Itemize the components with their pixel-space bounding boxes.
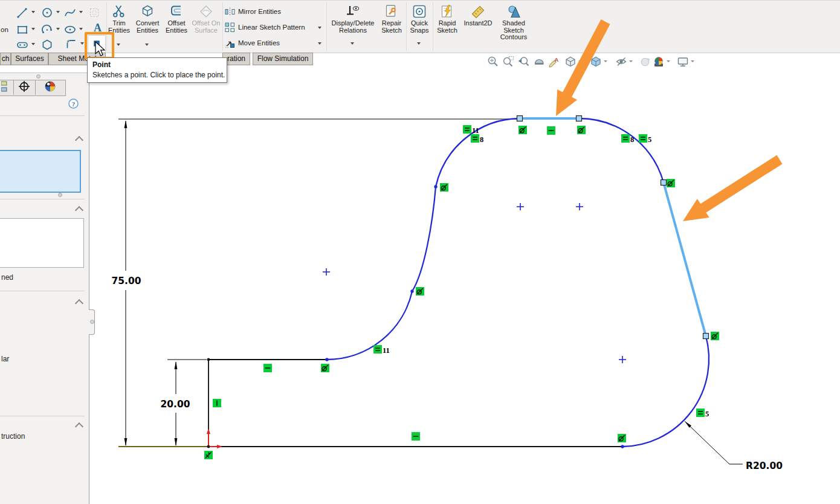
ellipse-tool-caret[interactable] <box>79 28 83 30</box>
relation-badge-horizontal[interactable] <box>412 432 420 441</box>
quick-snaps-button[interactable]: Quick Snaps <box>407 2 432 51</box>
panel-collapse-handle[interactable] <box>89 309 95 335</box>
collapse-chevron[interactable] <box>75 136 83 144</box>
polygon-tool-button[interactable] <box>40 37 54 52</box>
spline-tool-caret[interactable] <box>79 11 83 13</box>
height-dimension-value[interactable]: 75.00 <box>111 276 141 286</box>
collapse-chevron[interactable] <box>75 299 83 308</box>
sketch-arc[interactable] <box>327 118 520 360</box>
trim-caret[interactable] <box>117 44 120 46</box>
step-dimension[interactable] <box>167 360 207 445</box>
line-tool-caret[interactable] <box>31 11 35 13</box>
linear-pattern-caret[interactable] <box>318 27 321 29</box>
sketch-endpoint[interactable] <box>410 289 413 292</box>
relation-badge-horizontal[interactable] <box>547 126 555 135</box>
quick-snaps-caret[interactable] <box>417 42 421 45</box>
sketch-endpoint[interactable] <box>325 358 328 361</box>
relation-badge-tangent[interactable] <box>321 364 329 372</box>
collapse-chevron[interactable] <box>75 206 83 215</box>
rectangle-tool-button[interactable] <box>15 22 30 37</box>
relation-badge-equal[interactable] <box>639 134 647 143</box>
arc-center-mark[interactable] <box>517 203 524 210</box>
hide-show-icon-caret[interactable] <box>629 60 633 62</box>
trim-entities-button[interactable]: Trim Entities <box>106 2 132 51</box>
zoom-area-icon[interactable] <box>502 56 514 68</box>
relation-badge-tangent[interactable] <box>577 126 586 134</box>
height-dimension[interactable] <box>118 119 518 445</box>
sketch-arc[interactable] <box>579 118 664 183</box>
selected-endpoint-handle[interactable] <box>577 116 582 121</box>
spline-tool-button[interactable] <box>63 5 77 20</box>
sketch-vertex[interactable] <box>207 445 210 448</box>
circle-tool-button[interactable] <box>40 5 54 20</box>
sketch-endpoint[interactable] <box>434 185 437 188</box>
circle-tool-caret[interactable] <box>56 11 60 13</box>
display-style-icon-caret[interactable] <box>604 60 607 62</box>
rectangle-tool-caret[interactable] <box>31 28 35 30</box>
fillet-tool-caret[interactable] <box>80 42 84 45</box>
relation-badge-equal[interactable] <box>463 125 471 134</box>
panel-tab-feature-tree[interactable] <box>0 80 14 95</box>
instant2d-button[interactable]: Instant2D <box>461 2 495 51</box>
view-orientation-icon-caret[interactable] <box>578 60 582 62</box>
panel-tab-property-manager[interactable] <box>13 80 36 95</box>
relation-badge-equal[interactable] <box>373 345 382 354</box>
help-icon[interactable]: ? <box>68 99 79 109</box>
relation-badge-tangent[interactable] <box>711 332 719 340</box>
arc-center-mark[interactable] <box>619 356 626 363</box>
selected-endpoint-handle[interactable] <box>661 180 667 186</box>
relation-badge-equal[interactable] <box>471 134 479 143</box>
line-tool-button[interactable] <box>15 5 30 20</box>
relation-badge-fixed[interactable] <box>204 451 213 459</box>
panel-tab-appearances[interactable] <box>35 80 65 95</box>
collapse-chevron[interactable] <box>75 422 83 431</box>
convert-caret[interactable] <box>145 44 149 46</box>
display-delete-relations-button[interactable]: Display/Delete Relations <box>328 2 378 51</box>
ellipse-tool-button[interactable] <box>63 22 77 37</box>
relation-badge-equal[interactable] <box>621 134 630 143</box>
rapid-sketch-button[interactable]: Rapid Sketch <box>433 2 461 51</box>
sketch-vertex[interactable] <box>207 358 210 361</box>
view-orientation-icon[interactable] <box>564 56 577 68</box>
repair-sketch-button[interactable]: Repair Sketch <box>377 2 406 51</box>
linear-pattern-button[interactable]: Linear Sketch Pattern <box>238 22 305 32</box>
point-tool-button[interactable] <box>88 35 106 54</box>
mirror-entities-button[interactable]: Mirror Entities <box>238 7 281 16</box>
step-dimension-value[interactable]: 20.00 <box>160 399 190 410</box>
annotation-view-icon[interactable]: A <box>548 56 560 68</box>
radius-dimension[interactable]: R20.00 <box>685 421 783 471</box>
arc-center-mark[interactable] <box>576 203 583 210</box>
display-style-icon[interactable] <box>590 56 602 68</box>
convert-entities-button[interactable]: Convert Entities <box>133 2 162 51</box>
text-tool-button[interactable]: A <box>91 20 105 34</box>
relation-badge-tangent[interactable] <box>667 179 675 187</box>
relation-badge-tangent[interactable] <box>440 183 448 192</box>
selected-sketch-line[interactable] <box>664 183 706 336</box>
relation-badge-horizontal[interactable] <box>263 364 272 372</box>
sketch-endpoint[interactable] <box>621 445 624 448</box>
sketch-origin[interactable] <box>208 431 219 447</box>
relation-badge-tangent[interactable] <box>618 434 626 442</box>
fillet-tool-button[interactable] <box>64 37 79 51</box>
relation-badge-equal[interactable] <box>696 409 705 417</box>
move-entities-button[interactable]: Move Entities <box>238 38 280 48</box>
relations-listbox[interactable] <box>0 218 84 268</box>
slot-tool-button[interactable] <box>15 37 30 52</box>
relation-badge-vertical[interactable] <box>213 399 221 407</box>
selected-endpoint-handle[interactable] <box>703 334 709 339</box>
relation-badge-tangent[interactable] <box>416 287 424 296</box>
view-settings-icon-caret[interactable] <box>691 60 694 62</box>
previous-view-icon[interactable] <box>517 56 529 68</box>
arc-center-mark[interactable] <box>323 268 330 276</box>
slot-tool-caret[interactable] <box>31 43 35 45</box>
view-settings-icon[interactable] <box>677 56 689 68</box>
hide-show-icon[interactable] <box>615 56 627 68</box>
scene-icon[interactable] <box>653 56 665 68</box>
display-delete-caret[interactable] <box>351 42 354 45</box>
arc-tool-caret[interactable] <box>56 28 60 30</box>
shaded-sketch-contours-button[interactable]: Shaded Sketch Contours <box>496 2 532 51</box>
scene-icon-caret[interactable] <box>667 60 670 62</box>
offset-entities-button[interactable]: Offset Entities <box>162 2 191 51</box>
section-view-icon[interactable] <box>533 56 545 68</box>
zoom-fit-icon[interactable] <box>487 56 499 68</box>
